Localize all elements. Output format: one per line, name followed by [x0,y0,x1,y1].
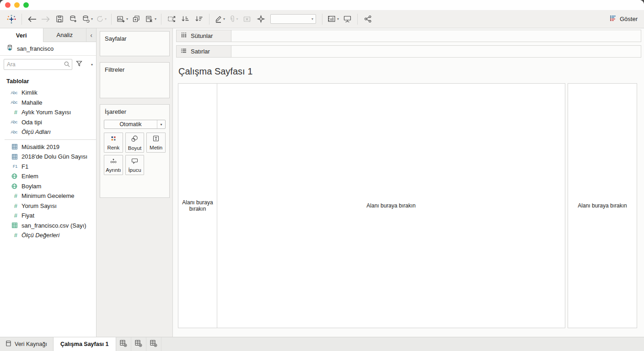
minimize-window-button[interactable] [14,2,20,8]
zoom-window-button[interactable] [23,2,29,8]
refresh-icon [96,15,104,23]
dropdown-caret-icon[interactable]: ▾ [105,17,107,21]
sort-ascending-button[interactable] [180,13,191,25]
group-members-button[interactable]: ▾ [228,13,239,25]
columns-dropzone[interactable]: Alanı buraya bırakın [568,83,637,328]
save-icon [55,15,64,23]
field-item[interactable]: #Fiyat [0,211,96,221]
label-icon [242,15,252,23]
renk-mark-button[interactable]: Renk [104,133,123,153]
field-item[interactable]: AbcMahalle [0,98,96,108]
table-field-icon [0,223,17,228]
tab-data[interactable]: Veri [0,28,43,42]
i̇pucu-mark-button[interactable]: İpucu [125,155,145,175]
collapse-pane-button[interactable]: ‹ [86,28,96,42]
dropzone-group: Alanı buraya bırakın Alanı buraya bırakı… [178,83,565,328]
field-item[interactable]: Müsaitlik 2019 [0,142,96,152]
field-label: Müsaitlik 2019 [17,144,59,150]
ayrıntı-mark-button[interactable]: Ayrıntı [104,155,123,175]
field-label: Oda tipi [17,119,42,126]
new-worksheet-button[interactable]: ▾ [116,13,128,25]
rows-dropzone[interactable]: Alanı buraya bırakın [178,84,217,328]
field-item[interactable]: Boylam [0,181,96,191]
new-worksheet-tab-button[interactable] [116,337,131,351]
tab-analytics[interactable]: Analiz [43,28,86,42]
fix-axes-button[interactable] [255,13,266,25]
dropdown-caret-icon[interactable]: ▾ [126,17,128,21]
field-item[interactable]: Enlem [0,171,96,181]
mark-type-dropdown[interactable]: Otomatik ▾ [104,120,166,129]
field-item[interactable]: AbcKimlik [0,88,96,98]
datasource-item[interactable]: san_francisco [0,42,96,56]
fit-selector-button[interactable]: ▾ [327,13,339,25]
duplicate-sheet-button[interactable] [131,13,142,25]
new-datasource-button[interactable] [68,13,79,25]
canvas-dropzone[interactable]: Alanı buraya bırakın [217,84,565,328]
field-item[interactable]: san_francisco.csv (Sayı) [0,221,96,231]
worksheet-area: Sütunlar Satırlar Çalışma Sayfası 1 Alan… [173,28,644,337]
dropdown-caret-icon[interactable]: ▾ [337,17,339,21]
search-input[interactable] [4,59,72,70]
field-label: F1 [17,163,28,170]
show-mark-labels-button[interactable] [242,13,252,25]
fit-icon [327,15,337,23]
save-button[interactable] [54,13,65,25]
tooltip-icon [131,157,139,166]
boyut-mark-button[interactable]: Boyut [125,133,145,153]
toolbar-separator [161,14,161,25]
active-sheet-tab[interactable]: Çalışma Sayfası 1 [53,337,116,351]
columns-shelf-droparea[interactable] [231,30,641,42]
field-item[interactable]: AbcÖlçü Adları [0,127,96,137]
field-item[interactable]: #Yorum Sayısı [0,201,96,211]
filter-fields-icon[interactable] [74,60,84,69]
presentation-mode-button[interactable] [342,13,353,25]
sort-desc-icon [194,15,204,23]
close-window-button[interactable] [5,2,11,8]
dropdown-caret-icon[interactable]: ▾ [91,17,93,21]
metin-mark-button[interactable]: Metin [146,133,166,153]
show-me-button[interactable]: Göster [609,15,638,23]
abc-field-icon: Abc [0,100,17,105]
run-update-button[interactable]: ▾ [96,13,107,25]
field-item[interactable]: #Aylık Yorum Sayısı [0,107,96,117]
dropdown-caret-icon[interactable]: ▾ [236,17,238,21]
field-item[interactable]: #Minimum Geceleme [0,191,96,201]
rows-shelf-droparea[interactable] [231,46,641,57]
field-item[interactable]: AbcOda tipi [0,117,96,128]
new-story-tab-button[interactable] [146,337,161,351]
share-button[interactable] [362,13,373,25]
forward-button[interactable] [40,13,51,25]
rows-shelf-label: Satırlar [191,48,210,55]
cards-pane: Sayfalar Filtreler İşaretler Otomatik ▾ … [97,28,173,337]
new-dashboard-tab-button[interactable] [131,337,146,351]
field-item[interactable]: #Ölçü Değerleri [0,230,96,240]
sheet-title: Çalışma Sayfası 1 [178,66,644,77]
highlight-button[interactable]: ▾ [214,13,225,25]
clear-sheet-button[interactable]: ▾ [145,13,156,25]
filters-shelf[interactable]: Filtreler [100,62,170,98]
data-source-tab[interactable]: Veri Kaynağı [0,337,53,351]
pages-shelf[interactable]: Sayfalar [100,31,170,56]
dropdown-caret-icon[interactable]: ▾ [155,17,156,21]
globe-field-icon [0,183,17,189]
field-item[interactable]: 2018'de Dolu Gün Sayısı [0,152,96,162]
refresh-datasource-button[interactable]: ▾ [81,13,93,25]
back-button[interactable] [27,13,38,25]
toolbar-combobox[interactable]: ▾ [270,14,316,24]
data-pane: Veri Analiz ‹ san_francisco ▾ Tablolar A… [0,28,97,337]
mark-button-label: İpucu [128,167,141,173]
field-menu-caret-icon[interactable]: ▾ [90,63,94,67]
field-label: san_francisco.csv (Sayı) [17,222,86,229]
swap-rows-columns-button[interactable] [166,13,177,25]
field-label: Aylık Yorum Sayısı [17,109,71,116]
datasource-add-icon [69,15,78,24]
sheet-add-icon [134,339,143,349]
abc-field-icon: Abc [0,90,17,95]
marks-card-label: İşaretler [100,105,169,115]
dropdown-caret-icon[interactable]: ▾ [223,17,225,21]
toolbar-separator [209,14,209,25]
sort-descending-button[interactable] [193,13,204,25]
sort-asc-icon [181,15,190,23]
field-item[interactable]: F1F1 [0,162,96,172]
tableau-logo [6,13,17,25]
